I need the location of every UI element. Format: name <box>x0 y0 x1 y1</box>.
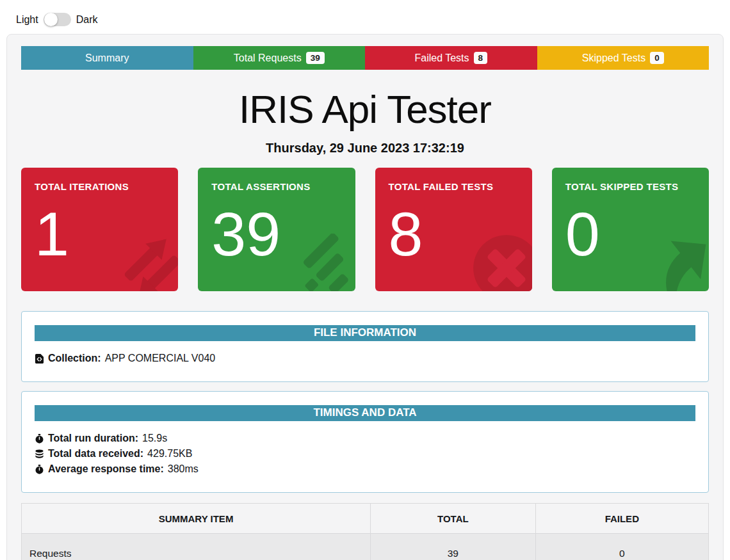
skipped-tests-badge: 0 <box>650 52 664 64</box>
report-panel: Summary Total Requests 39 Failed Tests 8… <box>6 34 724 560</box>
stopwatch-icon <box>35 434 44 444</box>
run-timestamp: Thursday, 29 June 2023 17:32:19 <box>21 141 709 156</box>
total-requests-badge: 39 <box>306 52 325 64</box>
curved-arrow-icon <box>649 234 709 291</box>
page-title: IRIS Api Tester <box>21 86 709 132</box>
stat-card-label: TOTAL SKIPPED TESTS <box>565 181 695 192</box>
timings-heading: TIMINGS AND DATA <box>35 405 695 421</box>
column-header-summary-item: SUMMARY ITEM <box>22 504 371 534</box>
stat-card-total-skipped-tests: TOTAL SKIPPED TESTS 0 <box>552 168 709 291</box>
collection-label: Collection: <box>48 351 101 366</box>
total-data-received-label: Total data received: <box>48 446 143 461</box>
file-information-section: FILE INFORMATION Collection: APP COMERCI… <box>21 311 709 382</box>
collection-value: APP COMERCIAL V040 <box>105 351 216 366</box>
timings-section: TIMINGS AND DATA Total run duration: 15.… <box>21 391 709 493</box>
tab-failed-tests[interactable]: Failed Tests 8 <box>365 46 537 70</box>
total-run-duration-line: Total run duration: 15.9s <box>35 431 695 446</box>
requests-failed-cell: 0 <box>535 534 708 560</box>
requests-total-cell: 39 <box>371 534 536 560</box>
collection-line: Collection: APP COMERCIAL V040 <box>35 351 695 366</box>
tab-summary[interactable]: Summary <box>21 46 193 70</box>
file-code-icon <box>35 354 44 364</box>
total-data-received-line: Total data received: 429.75KB <box>35 446 695 461</box>
tab-total-requests-label: Total Requests <box>234 52 302 64</box>
total-run-duration-label: Total run duration: <box>48 431 138 446</box>
light-mode-label: Light <box>16 14 38 26</box>
tab-total-requests[interactable]: Total Requests 39 <box>193 46 366 70</box>
average-response-time-line: Average response time: 380ms <box>35 461 695 477</box>
theme-toggle-bar: Light Dark <box>0 0 730 34</box>
average-response-time-value: 380ms <box>168 461 199 477</box>
circle-x-icon <box>472 234 532 291</box>
average-response-time-label: Average response time: <box>48 461 164 477</box>
total-run-duration-value: 15.9s <box>142 431 167 446</box>
toggle-knob <box>44 13 58 26</box>
tab-skipped-tests-label: Skipped Tests <box>582 52 645 64</box>
table-row-requests: Requests 39 0 <box>22 534 709 560</box>
stat-card-label: TOTAL FAILED TESTS <box>389 181 519 192</box>
failed-tests-badge: 8 <box>474 52 488 64</box>
summary-table-header-row: SUMMARY ITEM TOTAL FAILED <box>22 504 709 534</box>
stat-card-label: TOTAL ITERATIONS <box>35 181 165 192</box>
stat-card-label: TOTAL ASSERTIONS <box>211 181 341 192</box>
file-information-heading: FILE INFORMATION <box>35 325 695 341</box>
database-icon <box>35 449 44 459</box>
requests-item-cell: Requests <box>22 534 371 560</box>
total-data-received-value: 429.75KB <box>147 446 192 461</box>
tasks-icon <box>295 234 355 291</box>
tab-summary-label: Summary <box>85 52 129 64</box>
report-tabs: Summary Total Requests 39 Failed Tests 8… <box>21 46 709 70</box>
tab-skipped-tests[interactable]: Skipped Tests 0 <box>537 46 710 70</box>
column-header-failed: FAILED <box>535 504 708 534</box>
column-header-total: TOTAL <box>371 504 536 534</box>
stat-card-total-failed-tests: TOTAL FAILED TESTS 8 <box>375 168 532 291</box>
dark-mode-label: Dark <box>76 14 98 26</box>
theme-toggle-switch[interactable] <box>44 13 71 26</box>
stopwatch-icon <box>35 465 44 474</box>
stat-card-total-assertions: TOTAL ASSERTIONS 39 <box>198 168 355 291</box>
stat-card-total-iterations: TOTAL ITERATIONS 1 <box>21 168 178 291</box>
stat-cards: TOTAL ITERATIONS 1 TOTAL ASSERTIONS 39 <box>21 168 709 291</box>
summary-table: SUMMARY ITEM TOTAL FAILED Requests 39 0 <box>21 503 709 560</box>
sync-arrows-icon <box>118 234 178 291</box>
tab-failed-tests-label: Failed Tests <box>414 52 469 64</box>
